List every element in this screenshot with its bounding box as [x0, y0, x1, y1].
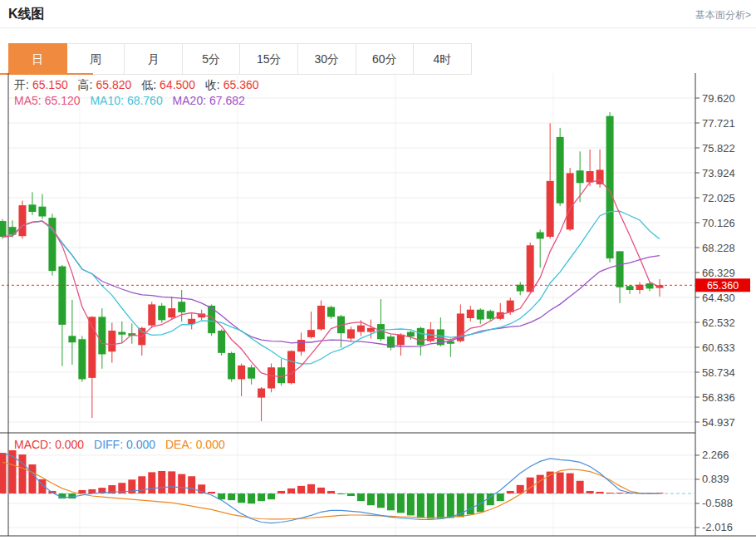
y-axis-label: 79.620 [702, 92, 735, 105]
candle-body [646, 283, 654, 288]
macd-histogram-bar [307, 484, 315, 493]
tab-period-3[interactable]: 5分 [183, 43, 241, 75]
macd-histogram-bar [447, 493, 454, 518]
macd-y-axis-label: -0.588 [702, 497, 733, 509]
candle-body [28, 204, 36, 212]
macd-histogram-bar [158, 471, 165, 493]
candle-body [487, 311, 494, 318]
macd-histogram-bar [387, 493, 395, 510]
candle-body [407, 332, 415, 337]
high-value: 65.820 [96, 78, 132, 91]
macd-histogram-bar [407, 493, 415, 515]
tab-period-0[interactable]: 日 [8, 43, 67, 75]
ma5-label: MA5: [14, 94, 42, 107]
tab-period-1[interactable]: 周 [67, 43, 125, 75]
macd-histogram-bar [567, 474, 574, 493]
y-axis-label: 70.126 [702, 217, 735, 229]
candle-body [58, 267, 66, 325]
macd-histogram-bar [168, 471, 175, 493]
candle-body [0, 221, 7, 237]
page-title: K线图 [8, 6, 45, 23]
candle-body [218, 331, 225, 353]
macd-histogram-bar [347, 493, 355, 496]
ma5-value: 65.120 [45, 94, 81, 107]
candle-body [577, 170, 584, 183]
macd-histogram-bar [427, 493, 434, 518]
macd-histogram-bar [327, 491, 335, 493]
ohlc-readout: 开:65.150 高:65.820 低:64.500 收:65.360 [14, 78, 266, 93]
macd-histogram-bar [377, 493, 385, 508]
candle-body [357, 326, 365, 332]
macd-histogram-bar [317, 488, 325, 493]
candle-body [347, 329, 355, 338]
macd-histogram-bar [367, 493, 375, 505]
diff-label: DIFF: [94, 438, 123, 451]
y-axis-label: 54.937 [702, 416, 735, 429]
candle-body [317, 306, 325, 329]
macd-histogram-bar [337, 493, 345, 494]
macd-histogram-bar [606, 493, 614, 493]
y-axis-label: 56.836 [702, 391, 735, 404]
candle-body [68, 336, 76, 342]
macd-histogram-bar [357, 493, 365, 501]
macd-histogram-bar [596, 492, 604, 493]
open-value: 65.150 [32, 78, 68, 91]
tab-period-4[interactable]: 15分 [240, 43, 298, 75]
macd-histogram-bar [248, 493, 255, 503]
candle-body [596, 169, 604, 184]
candle-body [268, 367, 275, 388]
tab-period-6[interactable]: 60分 [356, 43, 415, 75]
macd-label: MACD: [14, 438, 52, 451]
current-price-badge-text: 65.360 [707, 280, 739, 292]
candle-body [297, 340, 305, 351]
candle-body [557, 137, 564, 204]
candle-body [507, 301, 514, 312]
y-axis-label: 73.924 [702, 167, 735, 179]
candle-body [238, 366, 245, 380]
period-tab-bar: 日周月5分15分30分60分4时 [8, 43, 472, 75]
macd-histogram-bar [138, 476, 145, 493]
kline-chart-canvas[interactable]: 79.62077.72175.82273.92472.02570.12668.2… [0, 73, 756, 540]
diff-value: 0.000 [126, 438, 155, 451]
candle-body [148, 304, 155, 325]
candle-body [248, 367, 255, 378]
candle-body [606, 116, 614, 258]
tab-period-5[interactable]: 30分 [298, 43, 356, 75]
macd-histogram-bar [78, 490, 86, 493]
candle-body [537, 232, 544, 238]
macd-histogram-bar [557, 473, 564, 493]
tab-period-2[interactable]: 月 [125, 43, 183, 75]
candle-body [497, 312, 504, 319]
candle-body [417, 328, 425, 346]
macd-histogram-bar [258, 493, 265, 501]
macd-histogram-bar [188, 476, 195, 493]
macd-histogram-bar [28, 464, 36, 493]
y-axis-label: 64.430 [702, 292, 735, 304]
header-divider [0, 27, 756, 28]
macd-y-axis-label: 2.266 [702, 449, 729, 461]
y-axis-label: 62.532 [702, 317, 735, 329]
candle-body [158, 306, 165, 320]
macd-histogram-bar [208, 492, 215, 493]
ma10-value: 68.760 [127, 94, 163, 107]
ma20-value: 67.682 [209, 94, 245, 107]
y-axis-label: 68.228 [702, 242, 735, 254]
candle-body [616, 251, 624, 287]
ma10-label: MA10: [90, 94, 123, 107]
fundamental-analysis-link[interactable]: 基本面分析> [695, 8, 751, 22]
macd-histogram-bar [18, 454, 26, 493]
macd-histogram-bar [477, 493, 484, 512]
candle-body [258, 389, 265, 398]
ma20-label: MA20: [173, 94, 206, 107]
macd-value: 0.000 [55, 438, 84, 451]
macd-histogram-bar [497, 493, 504, 501]
macd-y-axis-label: 0.839 [702, 473, 729, 485]
macd-y-axis-label: -2.016 [702, 521, 733, 533]
candle-body [367, 328, 375, 332]
candle-body [467, 310, 474, 318]
tab-period-7[interactable]: 4时 [414, 43, 472, 75]
y-axis-label: 75.822 [702, 142, 735, 155]
candle-body [78, 339, 86, 379]
macd-histogram-bar [228, 493, 235, 500]
macd-histogram-bar [297, 486, 305, 493]
